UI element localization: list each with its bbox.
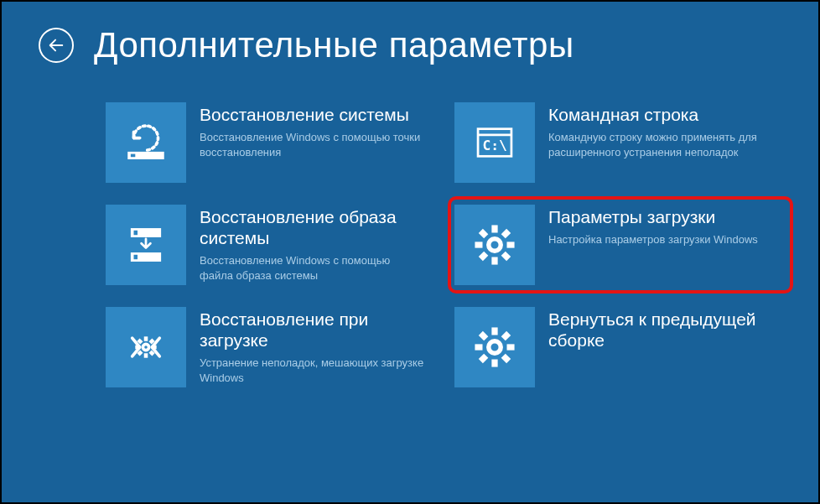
svg-rect-6 [134, 231, 138, 235]
svg-rect-22 [152, 346, 156, 350]
arrow-left-icon [47, 36, 65, 55]
svg-rect-15 [479, 252, 489, 262]
svg-rect-13 [507, 242, 515, 247]
svg-rect-11 [491, 257, 497, 265]
tile-title: Восстановление при загрузке [200, 309, 426, 351]
svg-rect-32 [501, 331, 511, 341]
svg-point-18 [143, 344, 148, 350]
svg-rect-10 [491, 225, 497, 232]
tile-desc: Командную строку можно применять для рас… [548, 130, 775, 159]
back-button[interactable] [39, 28, 74, 63]
tile-title: Восстановление системы [200, 104, 426, 125]
svg-rect-12 [475, 242, 482, 247]
tile-text: Восстановление образа системы Восстановл… [200, 205, 426, 285]
svg-rect-28 [491, 327, 497, 335]
tile-text: Вернуться к предыдущей сборке [548, 307, 775, 387]
tile-text: Восстановление при загрузке Устранение н… [200, 307, 426, 387]
system-restore-icon [106, 102, 186, 183]
svg-rect-17 [501, 252, 511, 262]
page-title: Дополнительные параметры [94, 25, 574, 65]
tile-previous-build[interactable]: Вернуться к предыдущей сборке [451, 304, 786, 391]
tile-text: Командная строка Командную строку можно … [548, 102, 775, 183]
tile-desc: Восстановление Windows с помощью точки в… [200, 130, 426, 159]
tile-desc: Настройка параметров загрузки Windows [548, 232, 758, 247]
svg-rect-30 [475, 344, 482, 350]
tile-desc: Восстановление Windows с помощью файла о… [200, 253, 426, 283]
tile-title: Командная строка [548, 104, 775, 125]
previous-build-icon [454, 307, 535, 387]
tile-text: Параметры загрузки Настройка параметров … [548, 205, 758, 285]
svg-rect-21 [135, 346, 139, 350]
tile-text: Восстановление системы Восстановление Wi… [200, 102, 426, 183]
options-grid: Восстановление системы Восстановление Wi… [2, 65, 818, 391]
svg-rect-35 [501, 354, 511, 364]
svg-rect-1 [131, 154, 135, 158]
tile-startup-repair[interactable]: Восстановление при загрузке Устранение н… [102, 304, 438, 391]
svg-point-27 [489, 341, 501, 354]
svg-rect-29 [491, 360, 497, 367]
startup-repair-icon [106, 307, 186, 387]
svg-point-9 [489, 239, 501, 252]
svg-rect-31 [507, 344, 515, 350]
startup-settings-icon [454, 205, 535, 285]
svg-rect-20 [144, 353, 148, 357]
tile-title: Параметры загрузки [548, 206, 758, 227]
tile-startup-settings[interactable]: Параметры загрузки Настройка параметров … [448, 196, 793, 294]
tile-title: Вернуться к предыдущей сборке [548, 309, 775, 351]
svg-rect-16 [479, 229, 489, 239]
svg-rect-8 [134, 255, 138, 259]
svg-rect-34 [479, 331, 489, 341]
svg-rect-19 [144, 336, 148, 340]
header: Дополнительные параметры [2, 2, 818, 65]
command-prompt-icon: C:\ [454, 102, 535, 183]
tile-desc: Устранение неполадок, мешающих загрузке … [200, 356, 426, 385]
tile-command-prompt[interactable]: C:\ Командная строка Командную строку мо… [451, 99, 786, 186]
image-recovery-icon [106, 205, 186, 285]
svg-rect-14 [501, 229, 511, 239]
svg-rect-33 [479, 354, 489, 364]
tile-title: Восстановление образа системы [200, 206, 426, 248]
tile-system-restore[interactable]: Восстановление системы Восстановление Wi… [102, 99, 438, 186]
tile-image-recovery[interactable]: Восстановление образа системы Восстановл… [102, 201, 438, 288]
svg-text:C:\: C:\ [483, 138, 507, 153]
